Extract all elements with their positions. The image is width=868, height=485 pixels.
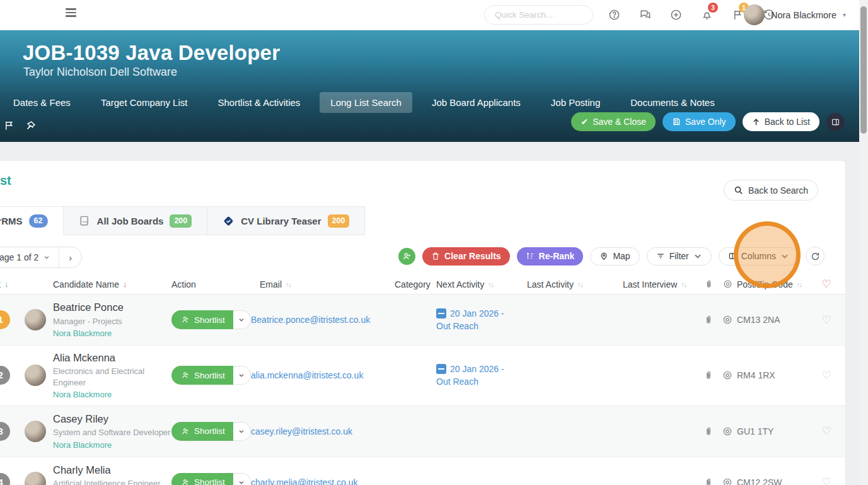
pin-icon[interactable]: [25, 120, 37, 131]
candidate-title: Electronics and Electrical Engineer: [53, 366, 171, 388]
candidate-email[interactable]: charly.melia@itristest.co.uk: [251, 477, 395, 485]
job-boards-icon: [79, 215, 91, 227]
candidate-avatar[interactable]: [25, 309, 46, 330]
tab-long-list-search[interactable]: Long List Search: [320, 92, 412, 113]
tab-dates-fees[interactable]: Dates & Fees: [3, 92, 81, 113]
clear-results-button[interactable]: Clear Results: [422, 247, 509, 266]
add-candidate-button[interactable]: [398, 248, 415, 265]
save-only-button[interactable]: Save Only: [663, 112, 736, 131]
candidate-email[interactable]: casey.riley@itristest.co.uk: [251, 426, 395, 436]
candidate-avatar[interactable]: [25, 421, 46, 442]
candidate-email[interactable]: Beatrice.ponce@itristest.co.uk: [251, 315, 395, 325]
column-attachments[interactable]: [699, 279, 718, 289]
tab-documents-notes[interactable]: Documents & Notes: [620, 92, 725, 113]
paperclip-icon[interactable]: [703, 370, 714, 381]
candidate-name[interactable]: Casey Riley: [53, 412, 171, 426]
column-favorite[interactable]: ♡: [807, 279, 845, 289]
favorite-icon[interactable]: ♡: [821, 370, 831, 381]
shortlist-button[interactable]: Shortlist: [171, 310, 233, 329]
tab-cv-library-teaser[interactable]: CV Library Teaser 200: [207, 206, 365, 235]
flag-icon[interactable]: [4, 120, 15, 131]
candidate-owner[interactable]: Nora Blackmore: [53, 328, 171, 339]
paperclip-icon[interactable]: [703, 426, 714, 437]
source-tabs: ackerRMS 62 All Job Boards 200 CV Librar…: [0, 206, 365, 235]
chevron-down-icon: [693, 252, 702, 260]
quick-search-input[interactable]: [484, 5, 593, 25]
check-icon: ✔: [581, 117, 588, 127]
back-to-search-button[interactable]: Back to Search: [724, 180, 818, 201]
shortlist-dropdown-button[interactable]: [233, 366, 251, 385]
chevron-down-icon: [238, 372, 245, 378]
all-job-boards-count-badge: 200: [170, 214, 192, 228]
cv-library-icon: [223, 215, 234, 227]
column-post-zip[interactable]: Post/Zip Code↑↓: [737, 279, 807, 289]
next-activity-link[interactable]: 20 Jan 2026 - Out Reach: [436, 363, 527, 389]
messages-icon[interactable]: [635, 4, 655, 25]
scrollbar-track[interactable]: [859, 0, 868, 485]
visibility-icon[interactable]: [722, 426, 733, 437]
candidate-name[interactable]: Beatrice Ponce: [53, 300, 171, 314]
user-menu[interactable]: Nora Blackmore ▾: [744, 4, 846, 25]
post-zip-code: CM13 2NA: [737, 315, 807, 325]
visibility-icon[interactable]: [722, 314, 733, 325]
paperclip-icon[interactable]: [703, 314, 714, 325]
calendar-icon: [436, 308, 446, 318]
shortlist-dropdown-button[interactable]: [233, 473, 251, 485]
column-candidate-name[interactable]: Candidate Name ↓: [53, 279, 171, 289]
column-last-activity[interactable]: Last Activity↑↓: [527, 279, 623, 289]
menu-icon[interactable]: [66, 8, 76, 17]
add-icon[interactable]: [666, 4, 686, 25]
visibility-icon: [722, 279, 733, 289]
refresh-button[interactable]: [806, 247, 825, 266]
user-name: Nora Blackmore: [771, 10, 836, 20]
candidate-owner[interactable]: Nora Blackmore: [53, 389, 171, 400]
visibility-icon[interactable]: [722, 370, 733, 381]
next-page-button[interactable]: ›: [59, 247, 81, 267]
tab-target-company-list[interactable]: Target Company List: [90, 92, 199, 113]
shortlist-button[interactable]: Shortlist: [171, 366, 233, 385]
candidate-avatar[interactable]: [25, 365, 46, 386]
columns-button[interactable]: Columns: [719, 247, 799, 266]
chevron-down-icon: [238, 317, 245, 323]
results-table-body: 1 Beatrice Ponce Manager - Projects Nora…: [0, 295, 845, 485]
person-icon: [181, 371, 190, 380]
candidate-name[interactable]: Alia Mckenna: [53, 351, 171, 365]
paperclip-icon[interactable]: [703, 477, 714, 485]
notifications-badge: 3: [708, 3, 718, 13]
back-to-list-button[interactable]: Back to List: [743, 112, 819, 131]
shortlist-dropdown-button[interactable]: [233, 310, 251, 329]
map-button[interactable]: Map: [590, 247, 639, 266]
scrollbar-thumb[interactable]: [860, 6, 867, 134]
page-subtitle: Taylor Nicholson Dell Software: [23, 66, 177, 79]
tab-trackerrms[interactable]: ackerRMS 62: [0, 206, 64, 235]
page-select[interactable]: age 1 of 2: [0, 252, 59, 262]
candidate-avatar[interactable]: [25, 472, 46, 485]
tab-shortlist-activities[interactable]: Shortlist & Activities: [207, 92, 311, 113]
visibility-icon[interactable]: [722, 477, 733, 485]
tab-all-job-boards[interactable]: All Job Boards 200: [64, 206, 208, 235]
next-activity-link[interactable]: 20 Jan 2026 - Out Reach: [436, 307, 527, 333]
shortlist-dropdown-button[interactable]: [233, 422, 251, 441]
candidate-email[interactable]: alia.mckenna@itristest.co.uk: [251, 370, 395, 380]
column-last-interview[interactable]: Last Interview↑↓: [623, 279, 699, 289]
column-visibility[interactable]: [718, 279, 737, 289]
notifications-icon[interactable]: 3: [697, 4, 717, 25]
favorite-icon[interactable]: ♡: [821, 477, 831, 485]
shortlist-button[interactable]: Shortlist: [171, 422, 233, 441]
help-icon[interactable]: [604, 4, 624, 25]
save-close-button[interactable]: ✔ Save & Close: [571, 112, 656, 131]
favorite-icon[interactable]: ♡: [821, 315, 831, 325]
column-email[interactable]: Email↑↓: [251, 279, 395, 289]
column-rank[interactable]: k ↓: [0, 279, 20, 289]
column-next-activity[interactable]: Next Activity↑↓: [436, 279, 527, 289]
tab-job-board-applicants[interactable]: Job Board Applicants: [421, 92, 531, 113]
candidate-name[interactable]: Charly Melia: [53, 463, 171, 477]
filter-button[interactable]: Filter: [647, 247, 712, 266]
shortlist-button[interactable]: Shortlist: [171, 473, 233, 485]
tab-job-posting[interactable]: Job Posting: [540, 92, 611, 113]
re-rank-button[interactable]: Re-Rank: [517, 247, 584, 266]
side-panel-toggle-button[interactable]: [826, 113, 845, 131]
rank-badge: 3: [0, 422, 10, 441]
candidate-owner[interactable]: Nora Blackmore: [53, 440, 171, 451]
favorite-icon[interactable]: ♡: [821, 426, 831, 436]
